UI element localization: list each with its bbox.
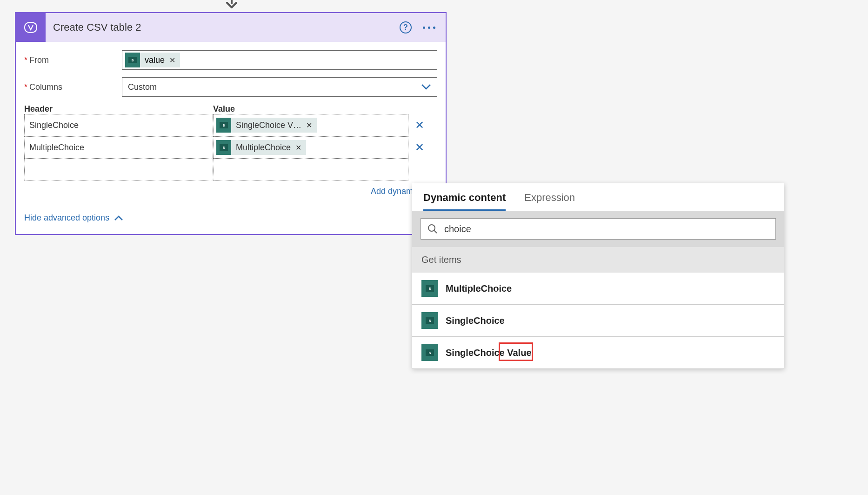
sharepoint-icon: s <box>216 140 231 155</box>
search-icon <box>427 224 438 234</box>
value-input[interactable]: s SingleChoice V… ✕ <box>213 114 408 136</box>
svg-line-1 <box>434 230 437 233</box>
value-token[interactable]: s MultipleChoice ✕ <box>216 140 306 155</box>
from-label: *From <box>24 55 122 65</box>
header-input[interactable]: SingleChoice <box>24 114 213 136</box>
columns-row: *Columns Custom <box>24 77 437 97</box>
data-operations-icon <box>16 13 46 42</box>
chevron-down-icon <box>421 84 431 90</box>
value-token[interactable]: s SingleChoice V… ✕ <box>216 118 317 133</box>
search-input[interactable] <box>444 224 769 234</box>
dynamic-content-search[interactable] <box>421 218 776 240</box>
columns-mode-select[interactable]: Custom <box>122 77 437 97</box>
sharepoint-icon: s <box>421 344 438 361</box>
dynamic-content-section: Get items <box>412 247 784 273</box>
chevron-up-icon <box>114 215 123 221</box>
columns-label: *Columns <box>24 82 122 92</box>
more-menu-button[interactable] <box>421 25 437 31</box>
tab-dynamic-content[interactable]: Dynamic content <box>423 192 506 211</box>
dyn-item-label: MultipleChoice <box>446 283 512 294</box>
dyn-item-label: SingleChoice <box>446 315 505 326</box>
action-card: Create CSV table 2 ? *From s value ✕ *Co… <box>15 12 447 235</box>
sharepoint-icon: s <box>421 312 438 329</box>
header-input[interactable]: MultipleChoice <box>24 136 213 159</box>
delete-row-placeholder <box>408 159 431 181</box>
hide-advanced-options-toggle[interactable]: Hide advanced options <box>24 213 123 223</box>
dyn-item-label: SingleChoice Value <box>446 348 532 358</box>
remove-token-button[interactable]: ✕ <box>295 143 301 152</box>
columns-header-heading: Header <box>24 104 213 114</box>
delete-row-button[interactable]: ✕ <box>408 114 431 136</box>
tab-expression[interactable]: Expression <box>524 192 575 211</box>
from-input[interactable]: s value ✕ <box>122 50 437 70</box>
svg-point-0 <box>428 225 435 231</box>
remove-token-button[interactable]: ✕ <box>169 56 175 65</box>
dynamic-content-panel: Dynamic content Expression Get items s M… <box>412 183 784 369</box>
sharepoint-icon: s <box>125 53 140 67</box>
dyn-item-singlechoice-value[interactable]: s SingleChoice Value <box>412 337 784 369</box>
columns-table: Header Value SingleChoice s SingleChoice… <box>24 104 437 181</box>
from-token-label: value <box>145 55 165 65</box>
columns-value-heading: Value <box>213 104 437 114</box>
sharepoint-icon: s <box>421 280 438 297</box>
columns-row-new <box>24 159 437 181</box>
from-row: *From s value ✕ <box>24 50 437 70</box>
value-token-label: MultipleChoice <box>236 143 291 153</box>
columns-row-0: SingleChoice s SingleChoice V… ✕ ✕ <box>24 114 437 136</box>
help-icon[interactable]: ? <box>400 21 412 33</box>
card-header[interactable]: Create CSV table 2 ? <box>16 13 446 42</box>
add-dynamic-content-link[interactable]: Add dynamic cont <box>24 187 437 196</box>
dyn-item-multiplechoice[interactable]: s MultipleChoice <box>412 273 784 305</box>
sharepoint-icon: s <box>216 118 231 133</box>
from-token[interactable]: s value ✕ <box>125 53 180 67</box>
value-input[interactable] <box>213 159 408 181</box>
value-input[interactable]: s MultipleChoice ✕ <box>213 136 408 159</box>
dyn-item-singlechoice[interactable]: s SingleChoice <box>412 305 784 337</box>
header-input[interactable] <box>24 159 213 181</box>
remove-token-button[interactable]: ✕ <box>306 121 312 130</box>
card-title: Create CSV table 2 <box>46 21 400 33</box>
columns-mode-value: Custom <box>128 82 157 92</box>
delete-row-button[interactable]: ✕ <box>408 136 431 159</box>
value-token-label: SingleChoice V… <box>236 120 301 130</box>
flow-arrow-down-icon <box>223 0 240 9</box>
columns-row-1: MultipleChoice s MultipleChoice ✕ ✕ <box>24 136 437 159</box>
